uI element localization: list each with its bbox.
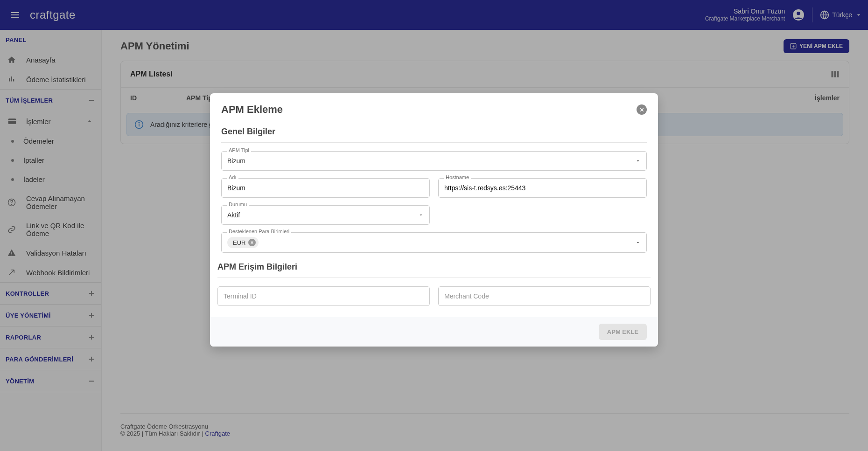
chip-label: EUR [233,239,245,246]
hostname-label: Hostname [444,174,471,180]
name-input[interactable] [221,178,430,198]
currencies-label: Desteklenen Para Birimleri [227,229,291,234]
terminal-id-input[interactable] [217,286,430,306]
section-access-title: APM Erişim Bilgileri [217,262,651,272]
submit-button[interactable]: APM EKLE [599,324,647,340]
hostname-input[interactable] [438,178,647,198]
name-label: Adı [227,174,238,180]
modal-overlay[interactable]: APM Ekleme Genel Bilgiler APM Tipi Bizum [0,0,868,451]
chevron-down-icon [418,212,424,218]
section-divider [217,278,651,278]
close-icon [639,107,644,112]
apm-add-modal: APM Ekleme Genel Bilgiler APM Tipi Bizum [210,93,658,347]
status-label: Durumu [227,201,249,207]
chevron-down-icon [635,240,641,245]
section-divider [221,142,647,143]
merchant-code-input[interactable] [438,286,651,306]
apm-type-select[interactable]: Bizum [221,151,647,171]
currencies-select[interactable]: EUR [221,232,647,253]
status-value: Aktif [227,211,240,219]
currency-chip: EUR [227,237,259,248]
modal-title: APM Ekleme [221,104,283,116]
apm-type-label: APM Tipi [227,147,251,153]
status-select[interactable]: Aktif [221,205,430,225]
close-button[interactable] [637,104,647,115]
chevron-down-icon [635,158,641,164]
apm-type-value: Bizum [227,157,245,165]
section-general-title: Genel Bilgiler [221,127,647,137]
chip-remove-icon[interactable] [248,239,256,246]
